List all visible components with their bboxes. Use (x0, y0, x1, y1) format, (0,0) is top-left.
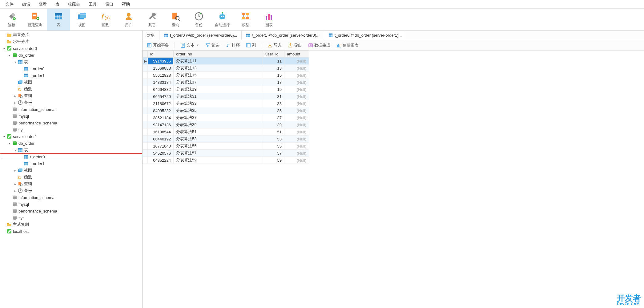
import-button[interactable]: 导入 (266, 42, 284, 49)
cell[interactable]: (Null) (284, 114, 309, 121)
table-row[interactable]: 93147136分表算法3939(Null) (143, 121, 309, 128)
menu-2[interactable]: 查看 (34, 0, 51, 8)
tool-func[interactable]: f(x)函数 (94, 9, 117, 30)
tree-item[interactable]: ▾server-order1 (0, 133, 142, 140)
tree-item[interactable]: 垂直分片 (0, 31, 142, 38)
cell[interactable]: (Null) (284, 121, 309, 128)
cell[interactable]: 13 (263, 65, 284, 72)
tool-chart[interactable]: 图表 (257, 9, 281, 30)
data-gen-button[interactable]: 数据生成 (306, 42, 332, 49)
tree-item[interactable]: t_order1 (0, 72, 142, 79)
cell[interactable]: 57 (263, 150, 284, 157)
cell[interactable]: 38621184 (148, 114, 174, 121)
cell[interactable]: 11 (263, 58, 284, 65)
cell[interactable]: 分表算法15 (174, 72, 263, 79)
col-header[interactable]: amount (284, 51, 309, 58)
expand-icon[interactable]: ▸ (13, 94, 17, 98)
cell[interactable]: (Null) (284, 58, 309, 65)
table-row[interactable]: 21180672分表算法3333(Null) (143, 100, 309, 107)
cell[interactable]: 84095232 (148, 107, 174, 114)
table-row[interactable]: 16108544分表算法5151(Null) (143, 128, 309, 136)
cell[interactable]: (Null) (284, 107, 309, 114)
tree-item[interactable]: localhost (0, 228, 142, 235)
table-row[interactable]: 54520576分表算法5757(Null) (143, 150, 309, 157)
tool-model[interactable]: 模型 (234, 9, 257, 30)
cell[interactable]: 17 (263, 79, 284, 86)
menu-5[interactable]: 工具 (84, 0, 101, 8)
cell[interactable]: 64664832 (148, 86, 174, 93)
tree-item[interactable]: t_order1 (0, 160, 142, 167)
cell[interactable]: 39 (263, 121, 284, 128)
expand-icon[interactable]: ▸ (13, 182, 17, 186)
cell[interactable]: 16771840 (148, 143, 174, 150)
menu-3[interactable]: 表 (51, 0, 64, 8)
tree-item[interactable]: sys (0, 214, 142, 221)
tree-item[interactable]: ▸视图 (0, 167, 142, 174)
cell[interactable]: 55 (263, 143, 284, 150)
cell[interactable]: 04852224 (148, 157, 174, 164)
cell[interactable]: (Null) (284, 100, 309, 107)
data-grid[interactable]: idorder_nouser_idamount▶59143936分表算法1111… (143, 51, 644, 308)
cell[interactable]: 59 (263, 157, 284, 164)
expand-icon[interactable]: ▾ (13, 148, 17, 152)
table-row[interactable]: 84095232分表算法3535(Null) (143, 107, 309, 114)
table-row[interactable]: 16771840分表算法5555(Null) (143, 143, 309, 150)
cell[interactable]: 分表算法17 (174, 79, 263, 86)
tree-item[interactable]: ▸查询 (0, 180, 142, 187)
tool-connect[interactable]: 连接 (0, 9, 23, 30)
cell[interactable]: 66654720 (148, 93, 174, 100)
cell[interactable]: 分表算法19 (174, 86, 263, 93)
cell[interactable]: 93147136 (148, 121, 174, 128)
tab[interactable]: t_order0 @db_order (server-order1)... (324, 31, 406, 40)
expand-icon[interactable]: ▾ (7, 141, 12, 145)
cell[interactable]: 分表算法37 (174, 114, 263, 121)
cell[interactable]: 33 (263, 100, 284, 107)
tree-item[interactable]: ▸备份 (0, 99, 142, 106)
table-row[interactable]: 14333184分表算法1717(Null) (143, 79, 309, 86)
tree-item[interactable]: t_order0 (0, 153, 142, 160)
table-row[interactable]: 55612928分表算法1515(Null) (143, 72, 309, 79)
text-mode-button[interactable]: 文本▼ (179, 42, 201, 49)
cell[interactable]: 分表算法35 (174, 107, 263, 114)
cell[interactable]: (Null) (284, 143, 309, 150)
tree-item[interactable]: mysql (0, 201, 142, 208)
tool-auto[interactable]: 自动运行 (211, 9, 234, 30)
tool-other[interactable]: 其它 (140, 9, 164, 30)
col-header[interactable]: user_id (263, 51, 284, 58)
tool-newquery[interactable]: 新建查询 (23, 9, 47, 30)
cell[interactable]: 51 (263, 128, 284, 136)
tree-item[interactable]: performance_schema (0, 120, 142, 126)
tree-item[interactable]: information_schema (0, 194, 142, 201)
cell[interactable]: (Null) (284, 136, 309, 143)
cell[interactable]: (Null) (284, 86, 309, 93)
table-row[interactable]: 66654720分表算法3131(Null) (143, 93, 309, 100)
tool-user[interactable]: 用户 (117, 9, 140, 30)
tree-item[interactable]: ▾db_order (0, 52, 142, 59)
table-row[interactable]: 04852224分表算法5959(Null) (143, 157, 309, 164)
menu-6[interactable]: 窗口 (101, 0, 118, 8)
tree-item[interactable]: ▸查询 (0, 92, 142, 99)
tool-view[interactable]: 视图 (70, 9, 94, 30)
table-row[interactable]: 38621184分表算法3737(Null) (143, 114, 309, 121)
cell[interactable]: 分表算法33 (174, 100, 263, 107)
menu-0[interactable]: 文件 (1, 0, 18, 8)
menu-1[interactable]: 编辑 (18, 0, 34, 8)
cell[interactable]: 分表算法39 (174, 121, 263, 128)
cell[interactable]: 分表算法59 (174, 157, 263, 164)
cell[interactable]: (Null) (284, 157, 309, 164)
cell[interactable]: 16108544 (148, 128, 174, 136)
cell[interactable]: (Null) (284, 128, 309, 136)
tree-item[interactable]: mysql (0, 113, 142, 120)
table-row[interactable]: 64664832分表算法1919(Null) (143, 86, 309, 93)
tool-backup[interactable]: 备份 (187, 9, 211, 30)
cell[interactable]: 53 (263, 136, 284, 143)
cell[interactable]: 分表算法13 (174, 65, 263, 72)
menu-4[interactable]: 收藏夹 (64, 0, 84, 8)
cell[interactable]: 66440192 (148, 136, 174, 143)
expand-icon[interactable]: ▾ (13, 60, 17, 64)
cell[interactable]: 37 (263, 114, 284, 121)
expand-icon[interactable]: ▾ (2, 134, 6, 139)
cell[interactable]: (Null) (284, 93, 309, 100)
tree-item[interactable]: t_order0 (0, 65, 142, 72)
cell[interactable]: 14333184 (148, 79, 174, 86)
